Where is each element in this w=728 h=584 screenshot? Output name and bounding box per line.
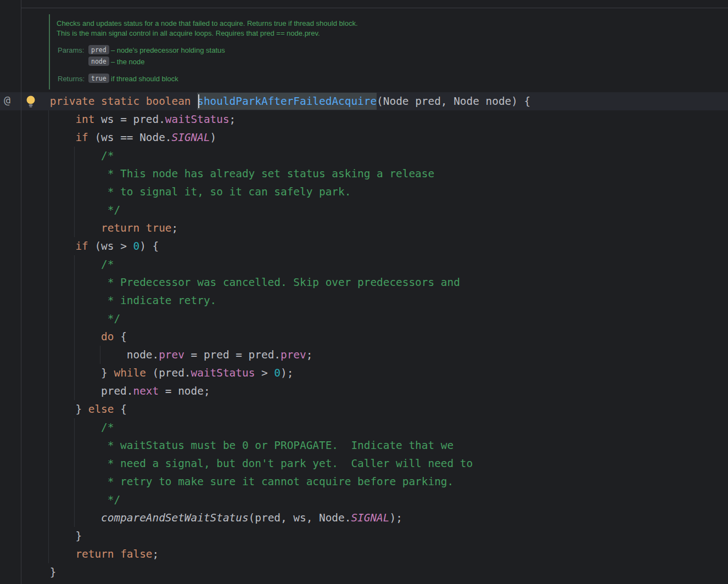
method-name-under-caret: shouldParkAfterFailedAcquire <box>197 93 377 110</box>
text-caret <box>198 94 199 108</box>
code-line: int ws = pred.waitStatus; <box>0 110 728 128</box>
code-line: */ <box>0 310 728 328</box>
return-description: if thread should block <box>111 75 178 83</box>
params-label: Params: <box>58 46 84 54</box>
returns-label: Returns: <box>58 75 85 83</box>
code-line: * to signal it, so it can safely park. <box>0 183 728 201</box>
code-line: * retry to make sure it cannot acquire b… <box>0 473 728 491</box>
code-line: return true; <box>0 219 728 237</box>
param-description: – node's predecessor holding status <box>111 46 225 54</box>
rendered-javadoc: Checks and updates status for a node tha… <box>0 0 728 92</box>
code-line: compareAndSetWaitStatus(pred, ws, Node.S… <box>0 509 728 527</box>
param-chip: node <box>88 57 109 66</box>
code-line: * This node has already set status askin… <box>0 165 728 183</box>
code-line: * waitStatus must be 0 or PROPAGATE. Ind… <box>0 436 728 454</box>
code-line: } else { <box>0 400 728 418</box>
code-line: */ <box>0 491 728 509</box>
code-line: pred.next = node; <box>0 382 728 400</box>
code-line: /* <box>0 147 728 165</box>
param-chip: pred <box>88 45 109 54</box>
code-line: do { <box>0 328 728 346</box>
code-line: node.prev = pred = pred.prev; <box>0 346 728 364</box>
code-line: /* <box>0 418 728 436</box>
doc-summary-line: Checks and updates status for a node tha… <box>57 19 358 28</box>
doc-returns-row: Returns: true if thread should block <box>0 75 728 84</box>
doc-params-row: node – the node <box>0 58 728 67</box>
code-line: if (ws > 0) { <box>0 237 728 255</box>
code-line: * need a signal, but don't park yet. Cal… <box>0 454 728 473</box>
code-line: * indicate retry. <box>0 291 728 310</box>
param-description: – the node <box>111 58 144 66</box>
code-line: */ <box>0 201 728 219</box>
code-line: private static boolean shouldParkAfterFa… <box>0 92 728 110</box>
doc-params-row: Params: pred – node's predecessor holdin… <box>0 46 728 55</box>
code-line: return false; <box>0 545 728 563</box>
return-chip: true <box>88 74 109 83</box>
doc-summary-line: This is the main signal control in all a… <box>57 29 320 38</box>
code-line: } <box>0 527 728 545</box>
code-line: * Predecessor was cancelled. Skip over p… <box>0 273 728 291</box>
code-line: } while (pred.waitStatus > 0); <box>0 364 728 382</box>
code-line: if (ws == Node.SIGNAL) <box>0 128 728 147</box>
code-editor[interactable]: @ Checks and updates status for a node t… <box>0 0 728 584</box>
code-lines[interactable]: private static boolean shouldParkAfterFa… <box>0 92 728 581</box>
code-line: } <box>0 563 728 581</box>
code-line: /* <box>0 255 728 273</box>
